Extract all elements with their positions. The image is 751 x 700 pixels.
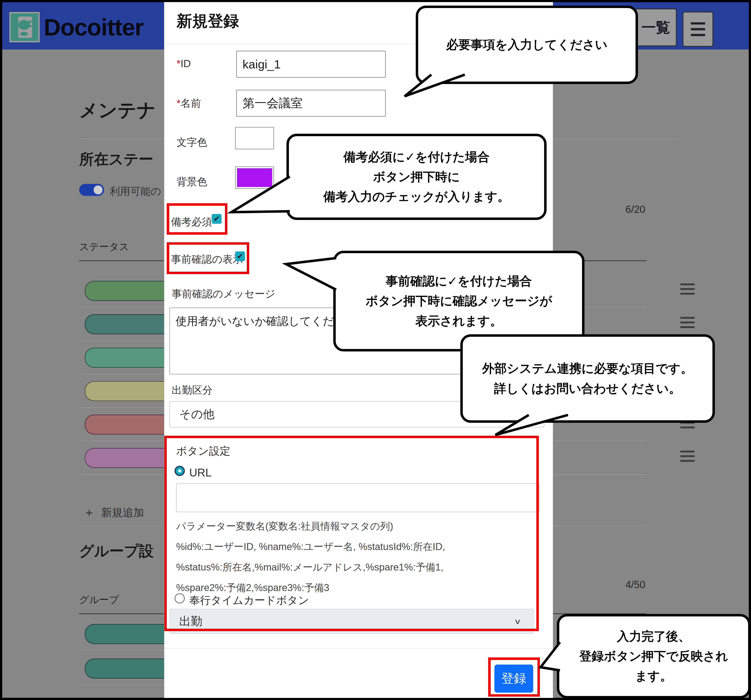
modal-footer-divider — [164, 648, 553, 649]
preconfirm-message-label: 事前確認のメッセージ — [172, 287, 275, 301]
text-color-picker[interactable] — [235, 127, 274, 149]
drag-handle-icon[interactable] — [680, 451, 695, 462]
text-color-label: 文字色 — [176, 136, 207, 149]
list-button[interactable]: 一覧 — [635, 8, 677, 46]
callout-remarks-required: 備考必須に✓を付けた場合 ボタン押下時に 備考入力のチェックが入ります。 — [286, 134, 547, 220]
callout-fill-required: 必要事項を入力してください — [416, 6, 638, 84]
annotation-box-preconfirm — [167, 242, 249, 274]
group-count-badge: 4/50 — [578, 578, 645, 590]
section-status-heading: 所在ステー — [79, 149, 167, 170]
brand-title: Docoitter — [44, 14, 143, 41]
bg-color-label: 背景色 — [176, 175, 207, 189]
id-field-label: *ID — [176, 57, 191, 70]
app-logo-icon[interactable] — [9, 12, 40, 42]
toggle-label: 利用可能の — [110, 184, 167, 196]
status-count-badge: 6/20 — [578, 203, 645, 215]
annotation-box-register — [488, 657, 540, 697]
drag-handle-icon[interactable] — [680, 283, 695, 295]
available-only-toggle[interactable] — [79, 184, 104, 196]
name-field-label: *名前 — [176, 96, 201, 110]
add-new-button[interactable]: ＋ 新規追加 — [83, 504, 144, 521]
plus-icon: ＋ — [83, 504, 96, 521]
section-group-heading: グループ設 — [79, 541, 167, 563]
status-column-header: ステータス — [79, 240, 129, 253]
group-column-header: グループ — [79, 593, 119, 606]
modal-title: 新規登録 — [176, 11, 239, 32]
annotation-box-button-settings — [164, 436, 539, 631]
page-title: メンテナ — [79, 97, 167, 122]
callout-register: 入力完了後、 登録ボタン押下で反映され ます。 — [557, 614, 751, 698]
drag-handle-icon[interactable] — [680, 317, 695, 328]
bg-color-picker[interactable] — [235, 167, 274, 189]
callout-external-system: 外部システム連携に必要な項目です。 詳しくはお問い合わせください。 — [460, 334, 715, 423]
attendance-type-label: 出勤区分 — [172, 383, 213, 397]
hamburger-menu-icon[interactable] — [683, 12, 713, 47]
id-input[interactable]: kaigi_1 — [236, 51, 386, 77]
annotation-box-remarks-required — [167, 203, 227, 235]
name-input[interactable]: 第一会議室 — [236, 90, 386, 117]
